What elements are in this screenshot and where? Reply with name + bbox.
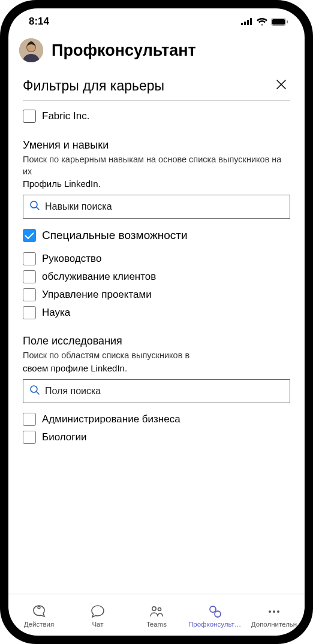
svg-rect-5 xyxy=(272,19,285,25)
checkbox[interactable] xyxy=(23,270,36,283)
skills-desc-2: Профиль LinkedIn. xyxy=(23,179,290,189)
status-time: 8:14 xyxy=(29,16,49,28)
checkbox[interactable] xyxy=(23,288,36,301)
svg-point-14 xyxy=(38,606,40,609)
skill-label: Управление проектами xyxy=(42,289,152,301)
skill-label: обслуживание клиентов xyxy=(42,271,156,283)
svg-rect-1 xyxy=(244,22,246,25)
content: Фильтры для карьеры Fabric Inc. Умения и… xyxy=(8,69,305,594)
skill-label: Наука xyxy=(42,307,70,319)
status-indicators xyxy=(241,18,288,26)
svg-rect-3 xyxy=(250,18,252,25)
research-label: Биологии xyxy=(42,431,87,443)
skills-title: Умения и навыки xyxy=(23,139,290,152)
tab-bar: Действия Чат Teams Профконсультант Допол… xyxy=(8,594,305,636)
research-desc-1: Поиск по областям списка выпускников в xyxy=(23,350,290,362)
tab-teams[interactable]: Teams xyxy=(127,604,186,628)
tab-more[interactable]: Дополнительн xyxy=(245,604,303,628)
svg-point-15 xyxy=(152,606,156,610)
skills-search-placeholder: Навыки поиска xyxy=(45,201,112,212)
research-row[interactable]: Биологии xyxy=(23,428,290,446)
tab-label: Профконсультант xyxy=(188,621,242,628)
skills-search-input[interactable]: Навыки поиска xyxy=(23,195,290,219)
research-label: Администрирование бизнеса xyxy=(42,413,180,425)
close-icon[interactable] xyxy=(272,75,290,96)
company-checkbox-row[interactable]: Fabric Inc. xyxy=(23,107,290,126)
svg-rect-2 xyxy=(247,20,249,25)
research-title: Поле исследования xyxy=(23,335,290,347)
special-label: Специальные возможности xyxy=(42,229,188,242)
avatar[interactable] xyxy=(19,38,43,62)
checkbox[interactable] xyxy=(23,110,36,123)
research-section: Поле исследования Поиск по областям спис… xyxy=(23,335,290,446)
skills-list: Руководство обслуживание клиентов Управл… xyxy=(23,250,290,322)
research-search-input[interactable]: Поля поиска xyxy=(23,379,290,403)
search-icon xyxy=(29,200,40,213)
app-title: Профконсультант xyxy=(52,41,196,60)
skill-row[interactable]: Руководство xyxy=(23,250,290,268)
skill-label: Руководство xyxy=(42,253,101,265)
status-bar: 8:14 xyxy=(8,8,305,35)
battery-icon xyxy=(271,18,288,26)
skill-row[interactable]: обслуживание клиентов xyxy=(23,268,290,286)
tab-chat[interactable]: Чат xyxy=(68,604,127,628)
checkbox[interactable] xyxy=(23,413,36,426)
cellular-icon xyxy=(241,18,253,25)
panel-title: Фильтры для карьеры xyxy=(23,78,164,94)
svg-line-13 xyxy=(37,391,39,394)
skills-desc-1: Поиск по карьерным навыкам на основе спи… xyxy=(23,154,290,177)
phone-frame: 8:14 Профконсультант Фильтры для карьеры xyxy=(0,0,313,644)
skill-row[interactable]: Наука xyxy=(23,304,290,322)
company-label: Fabric Inc. xyxy=(42,110,89,122)
svg-point-21 xyxy=(277,610,279,613)
svg-point-20 xyxy=(273,610,275,613)
research-search-placeholder: Поля поиска xyxy=(45,386,101,397)
screen: 8:14 Профконсультант Фильтры для карьеры xyxy=(8,8,305,636)
svg-line-11 xyxy=(37,207,39,210)
research-list: Администрирование бизнеса Биологии xyxy=(23,410,290,446)
search-icon xyxy=(29,385,40,398)
tab-label: Teams xyxy=(146,621,167,628)
wifi-icon xyxy=(257,18,267,26)
svg-rect-6 xyxy=(287,20,288,23)
research-row[interactable]: Администрирование бизнеса xyxy=(23,410,290,428)
skill-row[interactable]: Управление проектами xyxy=(23,286,290,304)
svg-rect-0 xyxy=(241,23,243,25)
tab-coach[interactable]: Профконсультант xyxy=(186,604,245,628)
checkbox[interactable] xyxy=(23,252,36,265)
special-checkbox-row[interactable]: Специальные возможности xyxy=(23,226,290,245)
checkbox[interactable] xyxy=(23,431,36,444)
skills-section: Умения и навыки Поиск по карьерным навык… xyxy=(23,139,290,322)
tab-label: Действия xyxy=(24,621,54,628)
app-header: Профконсультант xyxy=(8,35,305,69)
panel-header: Фильтры для карьеры xyxy=(23,75,290,101)
research-desc-2: своем профиле LinkedIn. xyxy=(23,363,290,373)
tab-label: Чат xyxy=(92,621,103,628)
checkbox[interactable] xyxy=(23,306,36,319)
checkbox-checked[interactable] xyxy=(23,229,36,242)
tab-label: Дополнительн xyxy=(251,621,297,628)
svg-point-16 xyxy=(158,607,161,610)
svg-point-19 xyxy=(269,610,271,613)
tab-activity[interactable]: Действия xyxy=(10,604,68,628)
